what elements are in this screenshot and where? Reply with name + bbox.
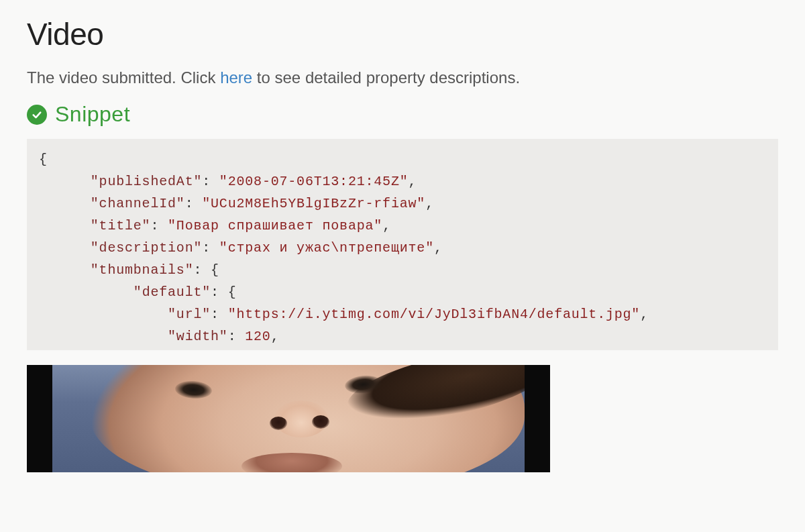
intro-text: The video submitted. Click here to see d… [27, 68, 778, 87]
page-title: Video [27, 16, 778, 52]
key-width: "width" [168, 329, 228, 344]
snippet-json-code: { "publishedAt": "2008-07-06T13:21:45Z",… [27, 139, 778, 350]
thumbnail-pillarbox-right [525, 365, 550, 472]
intro-prefix: The video submitted. Click [27, 68, 220, 87]
key-thumbnails: "thumbnails" [91, 262, 194, 278]
snippet-title: Snippet [55, 102, 130, 127]
intro-suffix: to see detailed property descriptions. [252, 68, 520, 87]
val-description: "страх и ужас\nтрепещите" [219, 240, 434, 256]
thumbnail-pillarbox-left [27, 365, 52, 472]
val-width: 120 [245, 329, 270, 344]
key-default: "default" [133, 284, 211, 300]
snippet-header: Snippet [27, 102, 778, 127]
here-link[interactable]: here [220, 68, 252, 87]
val-publishedAt: "2008-07-06T13:21:45Z" [219, 174, 409, 189]
key-channelId: "channelId" [91, 196, 185, 211]
key-title: "title" [91, 218, 151, 233]
thumbnail-image [52, 365, 525, 472]
key-url: "url" [168, 307, 211, 322]
check-circle-icon [27, 105, 47, 125]
val-url: "https://i.ytimg.com/vi/JyDl3ifbAN4/defa… [228, 307, 641, 322]
val-title: "Повар спрашивает повара" [168, 218, 382, 233]
val-channelId: "UCu2M8Eh5YBlgIBzZr-rfiaw" [202, 196, 425, 211]
key-description: "description" [91, 240, 202, 256]
video-thumbnail[interactable] [27, 365, 550, 472]
key-publishedAt: "publishedAt" [91, 174, 202, 189]
